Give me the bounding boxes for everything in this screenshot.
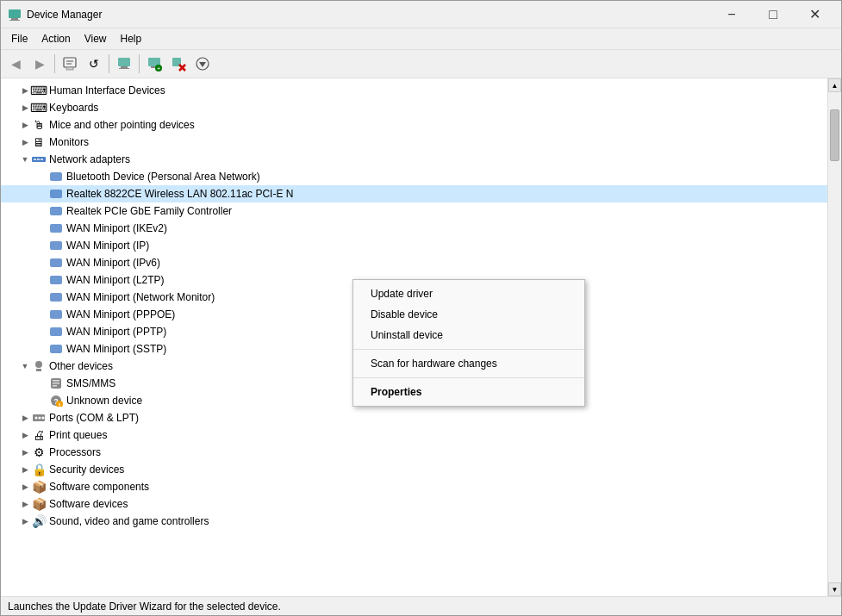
device-manager-window: Device Manager − □ ✕ File Action View He…	[0, 0, 842, 616]
tree-item-security[interactable]: ▶ 🔒 Security devices	[1, 461, 827, 478]
toggle-processors[interactable]: ▶	[18, 445, 32, 459]
toggle-print-queues[interactable]: ▶	[18, 428, 32, 442]
label-realtek8822: Realtek 8822CE Wireless LAN 802.11ac PCI…	[66, 188, 293, 200]
toggle-software-devices[interactable]: ▶	[18, 497, 32, 511]
tree-item-monitors[interactable]: ▶ 🖥 Monitors	[1, 134, 827, 151]
context-menu: Update driver Disable device Uninstall d…	[352, 279, 585, 407]
svg-rect-28	[50, 258, 62, 267]
tree-item-realtek8822[interactable]: Realtek 8822CE Wireless LAN 802.11ac PCI…	[1, 185, 827, 202]
icon-security: 🔒	[32, 463, 46, 476]
scan-computer-button[interactable]	[113, 53, 135, 75]
minimize-button[interactable]: −	[712, 1, 752, 28]
icon-network	[32, 152, 46, 166]
toggle-mice[interactable]: ▶	[18, 118, 32, 132]
icon-processors: ⚙	[32, 445, 46, 459]
svg-rect-31	[50, 310, 62, 319]
tree-item-keyboards[interactable]: ▶ ⌨ Keyboards	[1, 99, 827, 116]
vertical-scrollbar[interactable]: ▲ ▼	[827, 78, 841, 596]
ctx-update-driver[interactable]: Update driver	[353, 283, 584, 304]
toggle-network[interactable]: ▼	[18, 152, 32, 166]
restore-button[interactable]: □	[753, 1, 793, 28]
icon-bluetooth	[49, 170, 63, 184]
ctx-scan-hardware[interactable]: Scan for hardware changes	[353, 353, 584, 374]
properties-button[interactable]	[59, 53, 81, 75]
close-button[interactable]: ✕	[795, 1, 834, 28]
ctx-uninstall-device[interactable]: Uninstall device	[353, 325, 584, 345]
label-software-devices: Software devices	[49, 498, 128, 510]
label-wan-ip: WAN Miniport (IP)	[66, 240, 149, 252]
svg-rect-37	[53, 380, 59, 382]
icon-print-queues: 🖨	[32, 428, 46, 442]
svg-point-45	[35, 417, 38, 420]
tree-item-realtekpcie[interactable]: Realtek PCIe GbE Family Controller	[1, 202, 827, 220]
toggle-ports[interactable]: ▶	[18, 411, 32, 425]
icon-wan-pppoe	[49, 308, 63, 321]
toggle-security[interactable]: ▶	[18, 463, 32, 476]
toggle-bluetooth	[35, 170, 49, 184]
label-sms: SMS/MMS	[66, 377, 115, 389]
toggle-software-components[interactable]: ▶	[18, 480, 32, 494]
toolbar-sep-2	[109, 54, 109, 73]
toggle-monitors[interactable]: ▶	[18, 135, 32, 149]
ctx-sep-2	[353, 377, 584, 378]
label-bluetooth: Bluetooth Device (Personal Area Network)	[66, 171, 260, 183]
icon-hid: ⌨	[32, 84, 46, 97]
title-bar: Device Manager − □ ✕	[1, 1, 841, 28]
scroll-up-button[interactable]: ▲	[828, 78, 841, 92]
svg-rect-20	[34, 159, 36, 160]
menu-help[interactable]: Help	[114, 30, 149, 47]
toggle-realtekpcie	[35, 204, 49, 218]
tree-item-print-queues[interactable]: ▶ 🖨 Print queues	[1, 426, 827, 444]
icon-other-devices	[32, 359, 46, 373]
svg-rect-24	[50, 190, 62, 198]
tree-item-hid[interactable]: ▶ ⌨ Human Interface Devices	[1, 82, 827, 99]
tree-item-processors[interactable]: ▶ ⚙ Processors	[1, 444, 827, 461]
refresh-button[interactable]: ↺	[83, 53, 105, 75]
menu-view[interactable]: View	[78, 30, 114, 47]
svg-rect-29	[50, 276, 62, 284]
tree-item-wan-ikev2[interactable]: WAN Miniport (IKEv2)	[1, 220, 827, 237]
tree-item-wan-ip[interactable]: WAN Miniport (IP)	[1, 237, 827, 254]
back-button[interactable]: ◀	[4, 53, 27, 75]
tree-item-sound[interactable]: ▶ 🔊 Sound, video and game controllers	[1, 513, 827, 530]
tree-item-ports[interactable]: ▶ Ports (COM & LPT)	[1, 409, 827, 426]
svg-rect-30	[50, 293, 62, 302]
svg-rect-0	[9, 9, 21, 18]
svg-rect-22	[41, 159, 43, 160]
menu-action[interactable]: Action	[34, 30, 77, 47]
icon-wan-l2tp	[49, 273, 63, 287]
scrollbar-track[interactable]	[828, 92, 841, 582]
tree-item-software-devices[interactable]: ▶ 📦 Software devices	[1, 495, 827, 513]
label-processors: Processors	[49, 446, 101, 458]
label-print-queues: Print queues	[49, 429, 107, 441]
svg-point-46	[39, 417, 41, 420]
label-network: Network adapters	[49, 153, 130, 165]
forward-button[interactable]: ▶	[28, 53, 51, 75]
scroll-down-button[interactable]: ▼	[828, 582, 841, 596]
tree-item-wan-ipv6[interactable]: WAN Miniport (IPv6)	[1, 254, 827, 271]
label-monitors: Monitors	[49, 136, 89, 148]
add-device-button[interactable]: +	[143, 53, 165, 75]
label-wan-ipv6: WAN Miniport (IPv6)	[66, 257, 160, 269]
svg-rect-38	[53, 383, 59, 384]
label-wan-l2tp: WAN Miniport (L2TP)	[66, 274, 165, 286]
tree-item-software-components[interactable]: ▶ 📦 Software components	[1, 478, 827, 495]
menu-file[interactable]: File	[4, 30, 34, 47]
tree-item-network[interactable]: ▼ Network adapters	[1, 151, 827, 168]
svg-point-34	[35, 361, 42, 368]
tree-item-bluetooth[interactable]: Bluetooth Device (Personal Area Network)	[1, 168, 827, 185]
icon-monitors: 🖥	[32, 135, 46, 149]
icon-mice: 🖱	[32, 118, 46, 132]
label-unknown: Unknown device	[66, 395, 142, 407]
tree-item-mice[interactable]: ▶ 🖱 Mice and other pointing devices	[1, 116, 827, 134]
ctx-properties[interactable]: Properties	[353, 382, 584, 402]
ctx-disable-device[interactable]: Disable device	[353, 304, 584, 325]
scrollbar-thumb[interactable]	[830, 109, 839, 161]
toggle-sound[interactable]: ▶	[18, 514, 32, 528]
update-driver-button[interactable]	[191, 53, 214, 75]
toggle-other-devices[interactable]: ▼	[18, 359, 32, 373]
remove-button[interactable]	[167, 53, 190, 75]
icon-wan-ikev2	[49, 221, 63, 235]
toolbar-sep-1	[54, 54, 55, 73]
label-mice: Mice and other pointing devices	[49, 119, 195, 131]
